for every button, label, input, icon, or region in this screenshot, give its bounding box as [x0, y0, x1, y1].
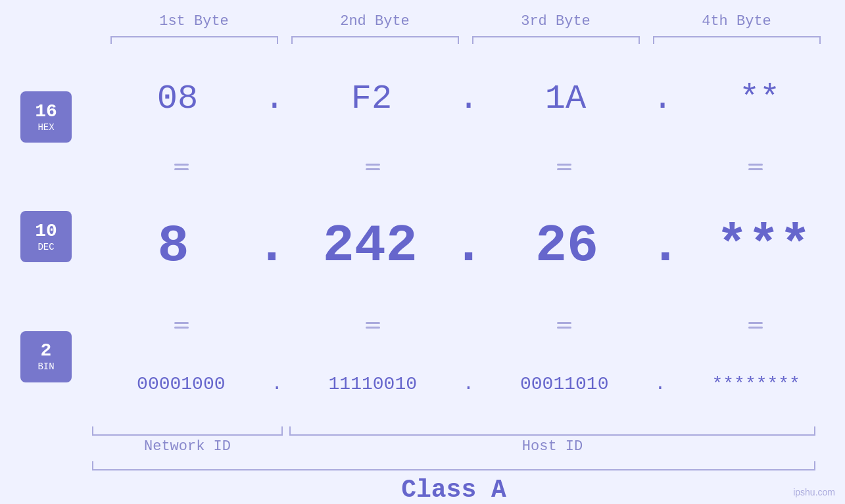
eq-icon-3: [557, 164, 571, 170]
bottom-section: Network ID Host ID Class A: [0, 426, 845, 504]
equals-row-1: [92, 164, 845, 170]
bracket-b4: [653, 36, 821, 44]
hex-badge: 16 HEX: [20, 91, 72, 143]
equals-row-2: [92, 322, 845, 329]
id-labels: Network ID Host ID: [92, 438, 815, 455]
bin-b1-cell: 00001000: [92, 374, 270, 394]
bin-badge: 2 BIN: [20, 331, 72, 382]
eq-icon-5: [174, 322, 189, 329]
byte1-header: 1st Byte: [104, 13, 285, 30]
bin-b2-value: 11110010: [329, 374, 417, 394]
eq-icon-6: [366, 322, 380, 329]
dec-dot2: .: [452, 216, 484, 276]
bin-b4-cell: ********: [667, 374, 845, 394]
bin-b4-value: ********: [712, 374, 800, 394]
bin-b1-value: 00001000: [137, 374, 225, 394]
eq2-b2: [283, 322, 462, 329]
bottom-brackets: [92, 426, 815, 436]
eq2-b1: [92, 322, 270, 329]
badges-column: 16 HEX 10 DEC 2 BIN: [0, 51, 92, 423]
hex-b3-cell: 1A: [480, 80, 651, 118]
hex-b3-value: 1A: [545, 80, 586, 118]
eq-icon-1: [174, 164, 189, 170]
bin-dot1: .: [272, 374, 283, 394]
dec-badge: 10 DEC: [20, 211, 72, 262]
hex-badge-num: 16: [35, 102, 57, 122]
bin-dot3: .: [655, 374, 666, 394]
hex-b4-cell: **: [674, 80, 845, 118]
class-label: Class A: [92, 476, 815, 504]
network-id-bracket: [92, 426, 283, 436]
host-id-bracket: [289, 426, 815, 436]
class-bracket: [92, 461, 815, 470]
dec-b4-value: ***: [716, 216, 811, 276]
host-id-label: Host ID: [289, 438, 815, 455]
dec-b2-value: 242: [323, 216, 418, 276]
bracket-b2: [291, 36, 459, 44]
bin-b3-value: 00011010: [520, 374, 608, 394]
byte-headers-row: 1st Byte 2nd Byte 3rd Byte 4th Byte: [104, 13, 827, 30]
dec-b1-cell: 8: [92, 216, 254, 276]
dec-b2-cell: 242: [289, 216, 451, 276]
data-columns: 08 . F2 . 1A . **: [92, 51, 845, 423]
eq1-b1: [92, 164, 270, 170]
bin-b2-cell: 11110010: [283, 374, 462, 394]
bin-b3-cell: 00011010: [475, 374, 654, 394]
eq-icon-8: [748, 322, 763, 329]
hex-b1-value: 08: [157, 80, 198, 118]
hex-dot3: .: [652, 80, 673, 118]
dec-b3-value: 26: [535, 216, 598, 276]
byte4-header: 4th Byte: [646, 13, 827, 30]
network-id-label: Network ID: [92, 438, 283, 455]
class-bracket-container: [92, 461, 815, 470]
dec-badge-label: DEC: [37, 242, 54, 252]
dec-b4-cell: ***: [683, 216, 845, 276]
eq1-b4: [667, 164, 845, 170]
bin-dot2: .: [463, 374, 474, 394]
byte2-header: 2nd Byte: [285, 13, 466, 30]
eq-icon-7: [557, 322, 571, 329]
eq1-b2: [283, 164, 462, 170]
hex-row: 08 . F2 . 1A . **: [92, 80, 845, 118]
bin-badge-num: 2: [41, 341, 52, 361]
dec-b3-cell: 26: [486, 216, 648, 276]
dec-row: 8 . 242 . 26 . ***: [92, 216, 845, 276]
bin-row: 00001000 . 11110010 . 00011010 . *******…: [92, 374, 845, 394]
dec-badge-num: 10: [35, 221, 57, 242]
eq2-b3: [475, 322, 654, 329]
bracket-b1: [110, 36, 278, 44]
top-brackets: [104, 36, 827, 44]
dec-b1-value: 8: [158, 216, 189, 276]
bin-badge-label: BIN: [37, 361, 54, 372]
byte3-header: 3rd Byte: [466, 13, 646, 30]
main-area: 16 HEX 10 DEC 2 BIN 08 . F2: [0, 51, 845, 423]
hex-b2-cell: F2: [286, 80, 457, 118]
eq1-b3: [475, 164, 654, 170]
bracket-b3: [472, 36, 640, 44]
eq-icon-2: [366, 164, 380, 170]
watermark: ipshu.com: [793, 487, 835, 497]
eq2-b4: [667, 322, 845, 329]
hex-b2-value: F2: [351, 80, 392, 118]
dec-dot3: .: [650, 216, 681, 276]
main-container: 1st Byte 2nd Byte 3rd Byte 4th Byte 16 H…: [0, 0, 845, 504]
eq-icon-4: [748, 164, 763, 170]
hex-badge-label: HEX: [37, 122, 54, 133]
hex-dot1: .: [264, 80, 285, 118]
dec-dot1: .: [256, 216, 287, 276]
hex-dot2: .: [458, 80, 479, 118]
hex-b1-cell: 08: [92, 80, 263, 118]
hex-b4-value: **: [739, 80, 780, 118]
